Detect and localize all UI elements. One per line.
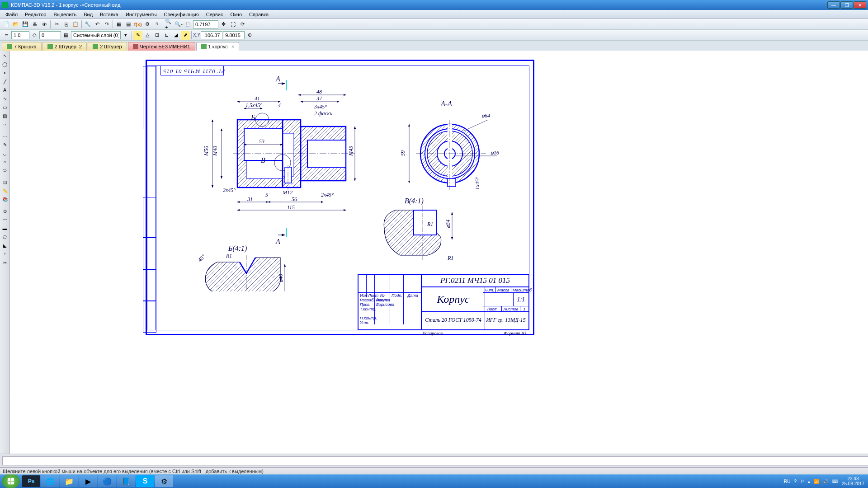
task-explorer[interactable]: 📁 [60, 475, 78, 487]
menu-service[interactable]: Сервис [203, 11, 227, 18]
tray-help-icon[interactable]: ? [794, 479, 797, 484]
paste-button[interactable]: 📋 [71, 20, 80, 29]
tab-close-icon[interactable]: × [231, 44, 234, 49]
menu-view[interactable]: Вид [80, 11, 96, 18]
task-kompas[interactable]: ⚙ [155, 475, 173, 487]
tray-lang[interactable]: RU [784, 479, 790, 484]
snap-icon[interactable]: △ [143, 31, 152, 40]
line-tool[interactable]: ╱ [1, 77, 9, 85]
task-chrome[interactable]: 🔵 [98, 475, 116, 487]
text-tool[interactable]: A [1, 86, 9, 94]
style-input[interactable] [11, 31, 29, 39]
coord-mode-button[interactable]: ⊕ [245, 31, 254, 40]
tab-kryshka[interactable]: 7 Крышка [2, 42, 42, 51]
task-skype[interactable]: S [136, 475, 154, 487]
copy-button[interactable]: ⎘ [61, 20, 71, 29]
fit-button[interactable]: ⛶ [228, 20, 237, 29]
menu-insert[interactable]: Вставка [96, 11, 122, 18]
aux-tool[interactable]: ⋯ [1, 132, 9, 140]
variables-button[interactable]: f(x) [133, 20, 142, 29]
command-input[interactable] [2, 456, 868, 465]
tray-network-icon[interactable]: 📶 [814, 479, 819, 484]
tab-unnamed[interactable]: Чертеж БЕЗ ИМЕНИ1 [128, 42, 195, 51]
geometry-tool[interactable]: ◯ [1, 60, 9, 68]
task-word[interactable]: 📘 [117, 475, 135, 487]
pan-button[interactable]: ✥ [219, 20, 228, 29]
save-button[interactable]: 💾 [21, 20, 30, 29]
dim-tool[interactable]: ↔ [1, 120, 9, 128]
circle-tool[interactable]: ○ [1, 158, 9, 166]
snap-tool[interactable]: ⊙ [1, 207, 9, 215]
library-button[interactable]: ⚙ [143, 20, 152, 29]
menu-file[interactable]: Файл [2, 11, 21, 18]
refresh-button[interactable]: ⟳ [238, 20, 247, 29]
tray-action-icon[interactable]: ⚐ [800, 479, 804, 484]
round-button[interactable]: ◢ [171, 31, 180, 40]
lib-tool[interactable]: 📚 [1, 195, 9, 203]
hatch-tool[interactable]: ▨ [1, 112, 9, 120]
edit-tool[interactable]: ✎ [1, 141, 9, 149]
menu-edit[interactable]: Редактор [21, 11, 50, 18]
polygon-tool[interactable]: ⬠ [1, 233, 9, 241]
tray-up-icon[interactable]: ▴ [808, 479, 810, 484]
canvas[interactable]: РГ 0211 МЧ15 01 015 А [10, 51, 868, 454]
coord-y-input[interactable] [223, 31, 245, 39]
undo-button[interactable]: ↶ [93, 20, 102, 29]
break-tool[interactable]: ✂ [1, 258, 9, 267]
layer-dd[interactable]: ▾ [121, 31, 130, 40]
layers-button[interactable]: ▤ [124, 20, 133, 29]
redo-button[interactable]: ↷ [102, 20, 111, 29]
task-photoshop[interactable]: Ps [22, 475, 40, 487]
tab-shtucer[interactable]: 2 Штуцер [88, 42, 127, 51]
task-ie[interactable]: 🌐 [41, 475, 59, 487]
grid-button[interactable]: ⊞ [152, 31, 161, 40]
line-style-icon[interactable]: ━ [2, 31, 11, 40]
layer-dropdown-icon[interactable]: ▦ [61, 31, 71, 40]
help-button[interactable]: ? [152, 20, 161, 29]
tab-shtucer2[interactable]: 2 Штуцер_2 [42, 42, 87, 51]
tray-sound-icon[interactable]: 🔊 [823, 479, 828, 484]
fillet-tool[interactable]: ◜ [1, 250, 9, 258]
layer-icon[interactable]: ◇ [30, 31, 39, 40]
tab-korpus[interactable]: 1 корпус× [196, 42, 240, 51]
highlight-button[interactable]: ✎ [133, 31, 142, 40]
preview-button[interactable]: 👁 [40, 20, 49, 29]
open-button[interactable]: 📂 [11, 20, 20, 29]
start-button[interactable] [2, 474, 20, 488]
close-button[interactable]: ✕ [854, 1, 866, 9]
fill-tool[interactable]: ▬ [1, 224, 9, 232]
tray-clock[interactable]: 23:43 25.08.2017 [842, 476, 864, 486]
maximize-button[interactable]: ❐ [840, 1, 853, 9]
local-button[interactable]: ⬈ [181, 31, 190, 40]
tray-kb-icon[interactable]: ⌨ [832, 479, 838, 484]
curve-tool[interactable]: 〰 [1, 216, 9, 224]
param-tool[interactable]: ⊡ [1, 178, 9, 186]
cut-button[interactable]: ✂ [52, 20, 61, 29]
arc-tool[interactable]: ◡ [1, 149, 9, 157]
zoom-input[interactable] [193, 20, 218, 28]
print-button[interactable]: 🖶 [30, 20, 39, 29]
menu-select[interactable]: Выделить [50, 11, 80, 18]
zoom-out-button[interactable]: 🔍- [174, 20, 183, 29]
menu-window[interactable]: Окно [226, 11, 245, 18]
menu-spec[interactable]: Спецификация [160, 11, 203, 18]
measure-tool[interactable]: 📏 [1, 187, 9, 195]
chamfer-tool[interactable]: ◣ [1, 241, 9, 249]
point-tool[interactable]: • [1, 69, 9, 77]
task-media[interactable]: ▶ [79, 475, 97, 487]
zoom-window-button[interactable]: ⬚ [184, 20, 193, 29]
rect-tool[interactable]: ▭ [1, 103, 9, 111]
props-button[interactable]: 🔧 [83, 20, 92, 29]
cursor-tool[interactable]: ↖ [1, 52, 9, 60]
minimize-button[interactable]: — [827, 1, 840, 9]
new-button[interactable]: 📄 [2, 20, 11, 29]
layernum-input[interactable] [39, 31, 61, 39]
spline-tool[interactable]: ∿ [1, 94, 9, 103]
ortho-button[interactable]: ⊾ [162, 31, 171, 40]
coord-x-input[interactable] [201, 31, 222, 39]
menu-tools[interactable]: Инструменты [122, 11, 160, 18]
ellipse-tool[interactable]: ⬭ [1, 166, 9, 174]
zoom-in-button[interactable]: 🔍+ [165, 20, 174, 29]
manager-button[interactable]: ▦ [114, 20, 123, 29]
layer-input[interactable] [71, 31, 121, 39]
